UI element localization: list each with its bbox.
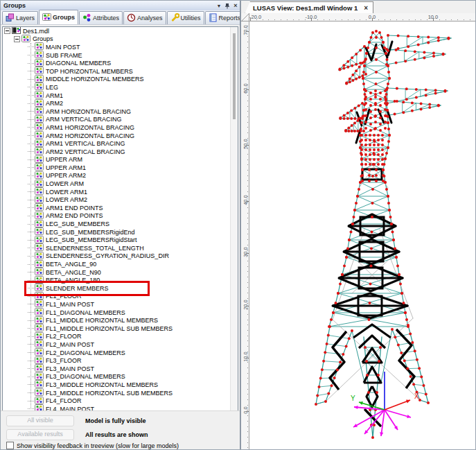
tree-item-label: LOWER ARM (46, 180, 84, 187)
tree-item-label: FL2_DIAGONAL MEMBERS (46, 349, 125, 356)
tree-item-label: SLENDERNESS_GYRATION_RADIUS_DIR (46, 252, 169, 259)
tree-item[interactable]: MAIN POST (3, 43, 238, 51)
tree-scrollbar[interactable] (230, 27, 238, 410)
tree-item-label: FL3_DIAGONAL MEMBERS (46, 373, 125, 380)
groups-icon (42, 12, 51, 23)
tree-item-label: ARM1 HORIZONTAL BRACING (46, 124, 134, 131)
tree-item[interactable]: ARM1 VERTICAL BRACING (3, 139, 238, 148)
tree-item[interactable]: MIDDLE HORIZONTAL MEMBERS (3, 76, 238, 84)
tree-item-label: BETA_ANGLE_90 (46, 261, 96, 268)
tree-item[interactable]: FL3_MIDDLE HORIZONTAL MEMBERS (3, 381, 238, 389)
tree-item[interactable]: BETA_ANGLE_90 (3, 260, 238, 268)
tree-item[interactable]: ARM VERTICAL BRACING (3, 116, 238, 124)
tree-item-label: DIAGONAL MEMBERS (46, 60, 111, 67)
tree-item[interactable]: TOP HORIZONTAL MEMBERS (3, 67, 238, 76)
tree-item[interactable]: FL2_FLOOR (3, 333, 238, 341)
available-results-button[interactable]: Available results (6, 429, 74, 440)
view-tab-title: LUSAS View: Des1.mdl Window 1 (253, 4, 358, 12)
tree-item[interactable]: SLENDERNESS_GYRATION_RADIUS_DIR (3, 252, 238, 261)
tree-item-label: FL3_FLOOR (46, 357, 82, 364)
tree-item[interactable]: LOWER ARM (3, 180, 238, 188)
model-canvas[interactable]: YX (249, 21, 475, 449)
tree-item-label: MIDDLE HORIZONTAL MEMBERS (46, 76, 144, 83)
tree-item-label: ARM1 (46, 92, 63, 99)
tree-item[interactable]: SLENDERNESS_TOTAL_LENGTH (3, 244, 238, 252)
visibility-feedback-checkbox[interactable] (6, 442, 14, 449)
tree-item-label: BETA_ANGLE_180 (46, 277, 100, 284)
tree-item[interactable]: LOWER ARM2 (3, 196, 238, 204)
tree-item-label: MAIN POST (46, 44, 80, 51)
utilities-icon (170, 13, 179, 24)
tree-item[interactable]: FL1_MIDDLE HORIZONTAL MEMBERS (3, 316, 238, 324)
expand-icon[interactable] (14, 36, 20, 42)
axis-y-label: Y (351, 395, 355, 402)
tree-item[interactable]: BETA_ANGLE_N90 (3, 268, 238, 277)
tree-item-label: FL1_MIDDLE HORIZONTAL MEMBERS (46, 317, 158, 324)
tree-item[interactable]: SUB FRAME (3, 51, 238, 60)
tree-item[interactable]: FL3_MIDDLE HORIZONTAL SUB MEMBERS (3, 389, 238, 397)
tree-item[interactable]: FL2_DIAGONAL MEMBERS (3, 349, 238, 357)
tab-layers[interactable]: Layers (2, 11, 38, 24)
tree-item[interactable]: ARM1 (3, 92, 238, 100)
tree-item[interactable]: FL3_DIAGONAL MEMBERS (3, 373, 238, 381)
tree-item[interactable]: LEG_SUB_MEMBERSRigidStart (3, 236, 238, 244)
tree-item[interactable]: FL1_MIDDLE HORIZONTAL SUB MEMBERS (3, 324, 238, 333)
tree-item[interactable]: ARM1 END POINTS (3, 204, 238, 212)
panel-pin-icon[interactable] (223, 1, 231, 10)
tree-item[interactable]: LEG_SUB_MEMBERS (3, 220, 238, 228)
panel-dropdown-icon[interactable]: ▼ (215, 1, 223, 10)
tree-item[interactable]: DIAGONAL MEMBERS (3, 59, 238, 67)
tree-item[interactable]: FL1_DIAGONAL MEMBERS (3, 309, 238, 317)
tab-attributes[interactable]: Attributes (79, 11, 123, 24)
tree-item[interactable]: ARM2 VERTICAL BRACING (3, 148, 238, 156)
tree-item[interactable]: UPPER ARM1 (3, 164, 238, 172)
tab-utilities[interactable]: Utilities (167, 11, 204, 24)
tree-item[interactable]: ARM2 (3, 99, 238, 107)
tree-item[interactable]: LEG_SUB_MEMBERSRigidEnd (3, 228, 238, 236)
tree-item-label: FL2_MAIN POST (46, 341, 94, 348)
tree-scrollbar-thumb[interactable] (233, 33, 236, 119)
tree-node-groups[interactable]: Groups (3, 35, 238, 44)
attributes-icon (82, 13, 91, 24)
tree-item-label: ARM VERTICAL BRACING (46, 116, 122, 123)
tree-item[interactable]: LOWER ARM1 (3, 188, 238, 196)
tree-item-label: SUB FRAME (46, 52, 82, 59)
tree-item[interactable]: FL3_MAIN POST (3, 365, 238, 373)
panel-close-icon[interactable]: × (231, 1, 240, 10)
all-visible-button[interactable]: All visible (6, 415, 74, 426)
tree-groups-label: Groups (33, 35, 53, 42)
tab-label: Groups (53, 14, 75, 21)
tree-item[interactable]: ARM2 END POINTS (3, 212, 238, 220)
model-icon (12, 26, 21, 35)
tree-item-label: FL1_FLOOR (46, 293, 82, 300)
panel-titlebar: Groups ▼ × (1, 1, 240, 11)
tree-item[interactable]: FL2_MAIN POST (3, 340, 238, 349)
tree-item-label: TOP HORIZONTAL MEMBERS (46, 68, 133, 75)
tree-item[interactable]: UPPER ARM (3, 156, 238, 164)
tree-item-label: FL3_MAIN POST (46, 365, 94, 372)
tree-item-label: ARM2 (46, 100, 63, 107)
tree-item[interactable]: UPPER ARM2 (3, 172, 238, 180)
tree-item[interactable]: LEG (3, 83, 238, 92)
view-tab-close-icon[interactable]: × (364, 4, 368, 12)
tree-item[interactable]: FL4_FLOOR (3, 397, 238, 405)
tab-groups[interactable]: Groups (39, 10, 78, 24)
tree-root[interactable]: Des1.mdl (3, 27, 238, 35)
tree-item[interactable]: ARM1 HORIZONTAL BRACING (3, 123, 238, 132)
tree-item[interactable]: FL3_FLOOR (3, 356, 238, 365)
view-tab[interactable]: LUSAS View: Des1.mdl Window 1 × (245, 1, 373, 14)
tree-item[interactable]: ARM2 HORIZONTAL BRACING (3, 132, 238, 140)
tree-item[interactable]: ARM HORIZONTAL BRACING (3, 107, 238, 116)
vruler-label: 40.0 (243, 191, 249, 209)
tree-item[interactable]: SLENDER MEMBERS (3, 284, 238, 293)
tree-root-label: Des1.mdl (23, 28, 49, 35)
tree-item[interactable]: BETA_ANGLE_180 (3, 276, 238, 284)
tab-analyses[interactable]: Analyses (123, 11, 166, 24)
tree-item[interactable]: FL1_MAIN POST (3, 300, 238, 309)
expand-icon[interactable] (4, 28, 10, 34)
view-area: -20.0-10.00.010.0 70.060.050.040.030.020… (241, 13, 475, 449)
layers-icon (6, 13, 15, 24)
tab-reports[interactable]: Reports (205, 11, 245, 24)
tree-item[interactable]: FL1_FLOOR (3, 293, 238, 301)
reports-icon (209, 13, 218, 24)
